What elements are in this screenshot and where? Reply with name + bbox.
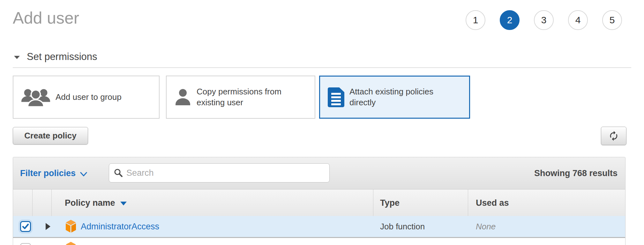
section-divider — [13, 67, 631, 68]
option-card-attach-policies[interactable]: Attach existing policies directly — [319, 76, 470, 119]
refresh-icon — [608, 130, 619, 141]
filter-policies-label: Filter policies — [20, 168, 76, 178]
group-icon — [21, 87, 50, 108]
option-label: Copy permissions from existing user — [197, 86, 307, 108]
policy-document-icon — [328, 87, 344, 107]
column-header-used-as: Used as — [476, 189, 509, 216]
filter-policies-dropdown[interactable]: Filter policies — [20, 157, 87, 189]
refresh-button[interactable] — [601, 127, 626, 145]
policy-name-header-label: Policy name — [65, 198, 115, 208]
filter-bar: Filter policies Showing 768 results — [13, 157, 625, 189]
create-policy-button[interactable]: Create policy — [13, 127, 88, 145]
column-header-type: Type — [380, 189, 400, 216]
user-icon — [174, 88, 191, 106]
search-box[interactable] — [109, 163, 330, 182]
aws-policy-icon — [65, 242, 76, 245]
step-indicator: 1 2 3 4 5 — [466, 10, 622, 30]
column-divider — [32, 189, 33, 216]
policy-row[interactable] — [13, 238, 625, 245]
policy-used-as: None — [476, 216, 496, 237]
column-divider — [373, 189, 373, 216]
collapse-triangle-icon[interactable] — [14, 56, 20, 59]
row-checkbox-checked[interactable] — [20, 221, 31, 232]
table-header: Policy name Type Used as — [13, 189, 625, 216]
policy-name-link[interactable]: AdministratorAccess — [81, 216, 159, 237]
sort-descending-icon — [120, 202, 127, 205]
chevron-down-icon — [80, 172, 87, 177]
policy-row-selected[interactable]: AdministratorAccess Job function None — [13, 216, 625, 237]
column-header-policy-name[interactable]: Policy name — [65, 189, 127, 216]
step-circle-2-active: 2 — [500, 10, 520, 30]
policies-panel: Filter policies Showing 768 results Pol — [13, 157, 625, 245]
column-divider — [468, 189, 468, 216]
step-circle-4: 4 — [568, 10, 588, 30]
search-input[interactable] — [126, 168, 325, 178]
option-card-copy-permissions[interactable]: Copy permissions from existing user — [166, 76, 315, 119]
section-title: Set permissions — [27, 51, 97, 63]
column-divider — [51, 189, 52, 216]
policy-type: Job function — [380, 216, 425, 237]
results-count: Showing 768 results — [534, 157, 618, 189]
page-title: Add user — [13, 8, 79, 27]
step-circle-1: 1 — [466, 10, 485, 30]
option-label: Attach existing policies directly — [349, 86, 461, 108]
expand-caret-icon[interactable] — [46, 223, 50, 230]
step-circle-3: 3 — [534, 10, 554, 30]
option-label: Add user to group — [56, 92, 122, 103]
step-circle-5: 5 — [602, 10, 622, 30]
aws-policy-icon — [65, 220, 76, 234]
row-checkbox-unchecked[interactable] — [20, 243, 31, 245]
section-header: Set permissions — [14, 51, 97, 63]
checkmark-icon — [21, 222, 30, 231]
option-card-add-user-to-group[interactable]: Add user to group — [13, 76, 160, 119]
search-icon — [114, 168, 123, 178]
